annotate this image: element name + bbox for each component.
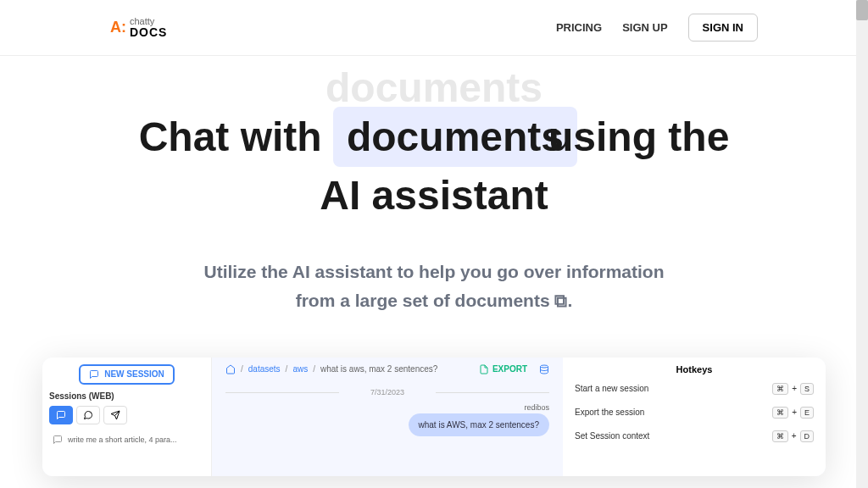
- signin-button[interactable]: SIGN IN: [688, 14, 758, 42]
- export-label: EXPORT: [492, 364, 527, 374]
- hotkey-keys: ⌘ + D: [772, 430, 814, 442]
- chat-icon: [56, 410, 66, 420]
- breadcrumb-aws[interactable]: aws: [292, 364, 308, 374]
- kbd-plus: +: [792, 431, 797, 441]
- sessions-label: Sessions (WEB): [49, 391, 204, 401]
- breadcrumb-sep: /: [286, 364, 288, 374]
- new-session-label: NEW SESSION: [104, 369, 164, 379]
- breadcrumb-sep: /: [241, 364, 243, 374]
- copy-icon: ⧉: [554, 286, 567, 315]
- kbd-plus: +: [792, 384, 797, 393]
- kbd-plus: +: [792, 408, 797, 417]
- logo-docs: DOCS: [130, 26, 167, 38]
- kbd: ⌘: [772, 383, 788, 395]
- home-icon[interactable]: [225, 364, 236, 374]
- hotkey-row: Export the session ⌘ + E: [575, 407, 814, 419]
- session-item-label: write me a short article, 4 para...: [68, 435, 177, 444]
- subhead-line2-pre: from a large set of documents: [296, 291, 555, 310]
- tab-comment[interactable]: [76, 406, 100, 424]
- headline: Chat with documentsusing the AI assistan…: [68, 107, 800, 224]
- preview-hotkeys: Hotkeys Start a new session ⌘ + S Export…: [563, 358, 826, 476]
- hotkey-label: Start a new session: [575, 384, 648, 393]
- ghost-text: documents: [326, 64, 542, 111]
- breadcrumb-datasets[interactable]: datasets: [248, 364, 281, 374]
- breadcrumb-current: what is aws, max 2 sentences?: [320, 364, 437, 374]
- send-icon: [110, 410, 120, 420]
- logo[interactable]: A: chatty DOCS: [110, 17, 167, 38]
- kbd: D: [800, 430, 815, 442]
- hotkey-row: Set Session context ⌘ + D: [575, 430, 814, 442]
- nav-pricing[interactable]: PRICING: [556, 21, 602, 34]
- session-item[interactable]: write me a short article, 4 para...: [49, 431, 204, 448]
- date-divider: 7/31/2023: [225, 388, 549, 396]
- headline-line2: AI assistant: [320, 173, 548, 218]
- export-button[interactable]: EXPORT: [479, 364, 527, 374]
- subhead-line2-post: .: [567, 291, 572, 310]
- hotkey-keys: ⌘ + S: [772, 383, 814, 395]
- hero: documents Chat with documentsusing the A…: [0, 56, 868, 315]
- breadcrumb-sep: /: [313, 364, 315, 374]
- headline-highlight: documents: [333, 107, 577, 167]
- tab-send[interactable]: [103, 406, 127, 424]
- preview-main: / datasets / aws / what is aws, max 2 se…: [212, 358, 563, 476]
- kbd: ⌘: [772, 430, 788, 442]
- nav-signup[interactable]: SIGN UP: [622, 21, 667, 34]
- hotkey-label: Export the session: [575, 408, 644, 417]
- tab-chat[interactable]: [49, 406, 73, 424]
- headline-overlap: using the: [548, 114, 729, 159]
- new-session-button[interactable]: NEW SESSION: [79, 364, 175, 385]
- nav: PRICING SIGN UP SIGN IN: [556, 14, 758, 42]
- svg-point-2: [541, 365, 548, 368]
- scrollbar-thumb[interactable]: [856, 0, 868, 20]
- kbd: ⌘: [772, 407, 788, 419]
- preview-panel: NEW SESSION Sessions (WEB) write me a sh…: [42, 358, 826, 476]
- preview-sidebar: NEW SESSION Sessions (WEB) write me a sh…: [42, 358, 212, 476]
- message-icon: [53, 435, 63, 445]
- scrollbar[interactable]: [856, 0, 868, 488]
- subhead-line1: Utilize the AI assistant to help you go …: [204, 262, 665, 281]
- hotkey-row: Start a new session ⌘ + S: [575, 383, 814, 395]
- message-username: redibos: [225, 403, 549, 412]
- hotkeys-title: Hotkeys: [575, 364, 814, 374]
- logo-icon: A:: [110, 19, 126, 36]
- hotkey-keys: ⌘ + E: [772, 407, 814, 419]
- subhead: Utilize the AI assistant to help you go …: [68, 258, 800, 314]
- database-icon[interactable]: [539, 364, 549, 374]
- breadcrumb: / datasets / aws / what is aws, max 2 se…: [225, 364, 549, 374]
- file-icon: [479, 364, 489, 374]
- session-tabs: [49, 406, 204, 424]
- message-icon: [89, 369, 99, 380]
- kbd: E: [800, 407, 814, 419]
- headline-pre: Chat with: [139, 114, 333, 159]
- hotkey-label: Set Session context: [575, 431, 649, 441]
- message-bubble: what is AWS, max 2 sentences?: [409, 413, 549, 436]
- kbd: S: [800, 383, 814, 395]
- comment-icon: [83, 410, 93, 420]
